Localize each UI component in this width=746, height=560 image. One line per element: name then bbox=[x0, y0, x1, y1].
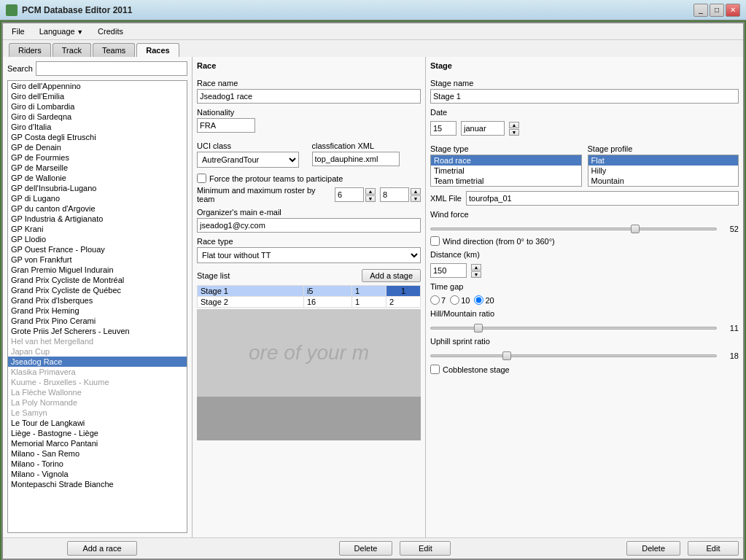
race-list-item[interactable]: Grand Prix Pino Cerami bbox=[8, 316, 187, 326]
time-gap-radio[interactable] bbox=[450, 295, 459, 305]
uci-class-select[interactable]: AutreGrandTour bbox=[197, 152, 299, 168]
stage-name-input[interactable] bbox=[430, 89, 739, 104]
race-list-item[interactable]: Le Samyn bbox=[8, 408, 187, 418]
time-gap-option[interactable]: 7 bbox=[430, 295, 446, 305]
date-day-input[interactable] bbox=[430, 121, 456, 136]
nationality-input[interactable] bbox=[197, 118, 255, 133]
date-month-input[interactable] bbox=[461, 121, 505, 136]
race-list-item[interactable]: Le Tour de Langkawi bbox=[8, 418, 187, 428]
race-list-item[interactable]: GP Industria & Artigianato bbox=[8, 214, 187, 224]
tab-riders[interactable]: Riders bbox=[9, 43, 51, 57]
tab-teams[interactable]: Teams bbox=[93, 43, 135, 57]
race-list-item[interactable]: Liège - Bastogne - Liège bbox=[8, 428, 187, 438]
race-list-item[interactable]: GP Krani bbox=[8, 224, 187, 234]
race-list-item[interactable]: GP Costa degli Etruschi bbox=[8, 132, 187, 142]
race-list-item[interactable]: GP de Marseille bbox=[8, 163, 187, 173]
menu-credits[interactable]: Credits bbox=[95, 26, 126, 37]
stage-type-item[interactable]: Road race bbox=[431, 155, 581, 166]
roster-max-input[interactable] bbox=[380, 187, 409, 202]
stage-type-item[interactable]: Timetrial bbox=[431, 166, 581, 176]
race-list-item[interactable]: Japan Cup bbox=[8, 346, 187, 357]
race-list-item[interactable]: Montepaschi Strade Bianche bbox=[8, 479, 187, 489]
distance-input[interactable] bbox=[430, 263, 467, 278]
force-protour-checkbox[interactable] bbox=[197, 174, 206, 183]
race-list-item[interactable]: Jseadog Race bbox=[8, 357, 187, 367]
race-list-item[interactable]: GP Ouest France - Plouay bbox=[8, 244, 187, 254]
race-name-input[interactable] bbox=[197, 89, 421, 104]
race-list-item[interactable]: GP de Fourmies bbox=[8, 152, 187, 163]
roster-min-input[interactable] bbox=[335, 187, 364, 202]
middle-delete-button[interactable]: Delete bbox=[339, 541, 393, 556]
stage-profile-item[interactable]: Mountain bbox=[588, 176, 739, 186]
wind-dir-checkbox[interactable] bbox=[430, 236, 440, 246]
distance-up[interactable]: ▲ bbox=[471, 264, 481, 271]
time-gap-option[interactable]: 10 bbox=[450, 295, 470, 305]
time-gap-option[interactable]: 20 bbox=[474, 295, 494, 305]
right-delete-button[interactable]: Delete bbox=[626, 541, 680, 556]
search-label: Search bbox=[7, 64, 33, 73]
race-list-item[interactable]: Giro di Lombardia bbox=[8, 101, 187, 112]
race-list-item[interactable]: Klasika Primavera bbox=[8, 367, 187, 377]
race-list-item[interactable]: Milano - San Remo bbox=[8, 448, 187, 459]
race-list-item[interactable]: Kuume - Bruxelles - Kuume bbox=[8, 377, 187, 387]
hill-thumb[interactable] bbox=[474, 324, 483, 332]
middle-edit-button[interactable]: Edit bbox=[400, 541, 451, 556]
race-list-item[interactable]: GP von Frankfurt bbox=[8, 254, 187, 265]
race-list-item[interactable]: GP di Lugano bbox=[8, 193, 187, 203]
stage-profile-item[interactable]: Hilly bbox=[588, 166, 739, 176]
roster-min-down[interactable]: ▼ bbox=[365, 195, 376, 202]
xml-file-input[interactable] bbox=[466, 191, 739, 206]
roster-min-up[interactable]: ▲ bbox=[365, 188, 376, 195]
right-edit-button[interactable]: Edit bbox=[688, 541, 739, 556]
race-list-item[interactable]: Giro dell'Emilia bbox=[8, 91, 187, 101]
race-list-item[interactable]: Grand Prix d'Isberques bbox=[8, 295, 187, 306]
date-down-arrow[interactable]: ▼ bbox=[509, 129, 519, 136]
tab-races[interactable]: Races bbox=[136, 43, 179, 58]
race-list-item[interactable]: Grand Prix Cycliste de Montréal bbox=[8, 275, 187, 285]
race-list-item[interactable]: GP Llodio bbox=[8, 234, 187, 244]
menu-file[interactable]: File bbox=[9, 26, 28, 37]
tab-track[interactable]: Track bbox=[53, 43, 91, 57]
race-list-item[interactable]: Grand Prix Heming bbox=[8, 306, 187, 316]
add-race-button[interactable]: Add a race bbox=[67, 541, 136, 556]
race-list-item[interactable]: Gran Premio Miguel Indurain bbox=[8, 265, 187, 275]
distance-down[interactable]: ▼ bbox=[471, 271, 481, 278]
race-list-item[interactable]: GP dell'Insubria-Lugano bbox=[8, 183, 187, 193]
uphill-thumb[interactable] bbox=[502, 351, 511, 360]
date-up-arrow[interactable]: ▲ bbox=[509, 122, 519, 128]
race-list-item[interactable]: Grand Prix Cycliste de Québec bbox=[8, 285, 187, 295]
wind-force-thumb[interactable] bbox=[631, 225, 640, 233]
stage-type-item[interactable]: Team timetrial bbox=[431, 176, 581, 186]
time-gap-radio[interactable] bbox=[474, 295, 483, 305]
time-gap-radio[interactable] bbox=[430, 295, 440, 305]
race-list-item[interactable]: Giro di Sardeqna bbox=[8, 112, 187, 122]
race-list-item[interactable]: GP de Wallonie bbox=[8, 173, 187, 183]
race-list-item[interactable]: Milano - Vignola bbox=[8, 469, 187, 479]
roster-max-up[interactable]: ▲ bbox=[411, 188, 421, 195]
race-list-item[interactable]: Giro dell'Appennino bbox=[8, 81, 187, 91]
search-input[interactable] bbox=[36, 61, 187, 76]
roster-max-down[interactable]: ▼ bbox=[411, 195, 421, 202]
menu-language[interactable]: Language bbox=[36, 26, 86, 37]
race-list-item[interactable]: La Poly Normande bbox=[8, 397, 187, 408]
close-button[interactable]: ✕ bbox=[726, 4, 740, 17]
wind-force-label: Wind force bbox=[430, 210, 739, 219]
minimize-button[interactable]: _ bbox=[693, 4, 708, 17]
race-list-item[interactable]: GP de Denain bbox=[8, 142, 187, 152]
race-list-item[interactable]: Giro d'Italia bbox=[8, 122, 187, 132]
stage-profile-item[interactable]: Flat bbox=[588, 155, 739, 166]
cobble-checkbox[interactable] bbox=[430, 365, 440, 374]
stage-table-row[interactable]: Stage 21612 bbox=[198, 297, 421, 308]
race-list-item[interactable]: GP du canton d'Argovie bbox=[8, 203, 187, 214]
classification-xml-input[interactable] bbox=[312, 152, 400, 166]
race-list-item[interactable]: Memorial Marco Pantani bbox=[8, 438, 187, 448]
maximize-button[interactable]: □ bbox=[710, 4, 724, 17]
race-list-item[interactable]: La Flèche Wallonne bbox=[8, 387, 187, 397]
race-list-item[interactable]: Milano - Torino bbox=[8, 459, 187, 469]
race-list-item[interactable]: Hel van het Mergelland bbox=[8, 336, 187, 346]
race-list-item[interactable]: Grote Priis Jef Scherers - Leuven bbox=[8, 326, 187, 336]
race-type-select[interactable]: Flat tour without TT bbox=[197, 247, 421, 263]
add-stage-button[interactable]: Add a stage bbox=[362, 269, 421, 282]
email-input[interactable] bbox=[197, 218, 421, 233]
stage-table-row[interactable]: Stage 1i511 bbox=[198, 286, 421, 297]
